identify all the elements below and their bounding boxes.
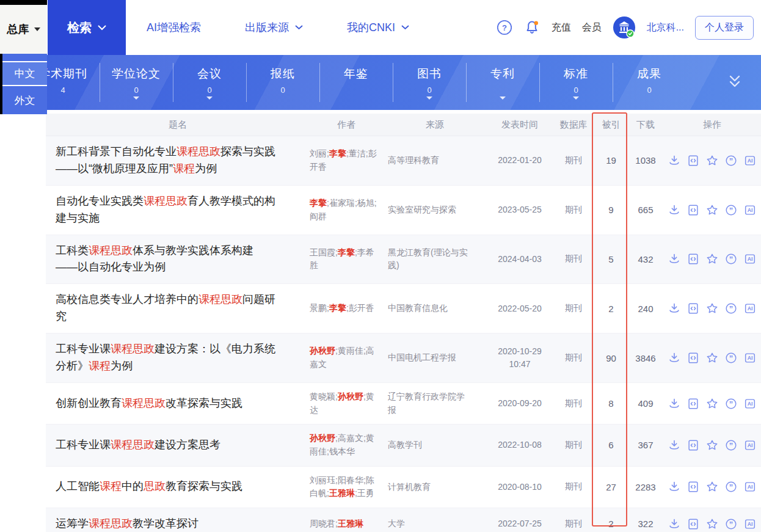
result-cited-count[interactable]: 5 xyxy=(608,254,613,264)
ai-icon[interactable]: AI xyxy=(743,302,757,315)
result-authors[interactable]: 王国霞;李擎;李希胜 xyxy=(310,246,383,272)
result-authors[interactable]: 李擎;崔家瑞;杨旭;阎群 xyxy=(310,197,383,223)
collect-star-icon[interactable] xyxy=(705,302,719,315)
cite-quote-icon[interactable]: ” xyxy=(724,439,738,452)
nav-my-cnki[interactable]: 我的CNKI xyxy=(347,20,409,35)
nav-publication-source[interactable]: 出版来源 xyxy=(245,20,303,35)
collect-star-icon[interactable] xyxy=(705,397,719,410)
result-authors[interactable]: 黄晓颖;孙秋野;黄达 xyxy=(310,390,383,417)
result-authors[interactable]: 周晓君;王雅琳 xyxy=(310,517,383,531)
cite-quote-icon[interactable]: ” xyxy=(724,252,738,266)
result-source-link[interactable]: 黑龙江教育(理论与实践) xyxy=(388,246,471,272)
result-authors[interactable]: 孙秋野;黄雨佳;高嘉文 xyxy=(310,344,383,371)
expand-tabs-button[interactable] xyxy=(724,72,745,93)
html-read-icon[interactable] xyxy=(686,351,700,365)
collect-star-icon[interactable] xyxy=(705,252,719,266)
result-title-link[interactable]: 运筹学课程思政教学改革探讨 xyxy=(56,516,282,532)
html-read-icon[interactable] xyxy=(686,439,700,452)
ai-icon[interactable]: AI xyxy=(743,252,757,266)
ai-icon[interactable]: AI xyxy=(743,154,757,167)
ai-icon[interactable]: AI xyxy=(743,397,757,410)
result-title-link[interactable]: 工科专业课课程思政建设方案：以《电力系统分析》课程为例 xyxy=(56,341,282,375)
result-authors[interactable]: 刘丽珏;阳春华;陈白帆;王雅琳;王勇 xyxy=(310,474,383,500)
html-read-icon[interactable] xyxy=(686,302,700,315)
collect-star-icon[interactable] xyxy=(705,154,719,167)
ai-icon[interactable]: AI xyxy=(743,439,757,452)
result-source-link[interactable]: 大学 xyxy=(388,517,405,531)
result-source-link[interactable]: 高等理科教育 xyxy=(388,154,439,167)
result-cited-count[interactable]: 9 xyxy=(608,205,613,215)
collect-star-icon[interactable] xyxy=(705,351,719,365)
ai-icon[interactable]: AI xyxy=(743,203,757,217)
result-title-link[interactable]: 人工智能课程中的思政教育探索与实践 xyxy=(56,478,282,495)
download-icon[interactable] xyxy=(668,252,681,266)
html-read-icon[interactable] xyxy=(686,252,700,266)
cite-quote-icon[interactable]: ” xyxy=(724,517,738,531)
category-tab[interactable]: 年鉴 xyxy=(319,55,393,110)
database-scope-button[interactable]: 总库 xyxy=(0,5,47,54)
cite-quote-icon[interactable]: ” xyxy=(724,302,738,315)
category-tab[interactable]: 会议 0 xyxy=(173,55,246,110)
result-title-link[interactable]: 工科类课程思政体系与教学实践体系构建——以自动化专业为例 xyxy=(56,242,282,277)
personal-login-button[interactable]: 个人登录 xyxy=(695,16,754,40)
result-authors[interactable]: 刘丽;李擎;董洁;彭开香 xyxy=(310,147,383,173)
collect-star-icon[interactable] xyxy=(705,439,719,452)
result-cited-count[interactable]: 90 xyxy=(606,353,616,363)
result-authors[interactable]: 孙秋野;高嘉文;黄雨佳;钱本华 xyxy=(310,432,383,458)
result-title-link[interactable]: 创新创业教育课程思政改革探索与实践 xyxy=(56,395,282,412)
cite-quote-icon[interactable]: ” xyxy=(724,203,738,217)
collect-star-icon[interactable] xyxy=(705,480,719,494)
cite-quote-icon[interactable]: ” xyxy=(724,397,738,410)
result-cited-count[interactable]: 2 xyxy=(608,519,613,529)
result-cited-count[interactable]: 8 xyxy=(608,398,613,409)
result-cited-count[interactable]: 6 xyxy=(608,440,613,450)
member-link[interactable]: 会员 xyxy=(582,21,602,34)
category-tab[interactable]: 报纸 0 xyxy=(246,55,319,110)
result-source-link[interactable]: 实验室研究与探索 xyxy=(388,203,456,217)
result-source-link[interactable]: 中国教育信息化 xyxy=(388,302,448,315)
download-icon[interactable] xyxy=(668,517,681,531)
download-icon[interactable] xyxy=(668,480,681,494)
search-menu-button[interactable]: 检索 xyxy=(48,0,126,55)
nav-ai-search[interactable]: AI增强检索 xyxy=(147,20,201,35)
result-title-link[interactable]: 自动化专业实践类课程思政育人教学模式的构建与实施 xyxy=(56,193,282,227)
cite-quote-icon[interactable]: ” xyxy=(724,480,738,494)
recharge-link[interactable]: 充值 xyxy=(552,21,571,34)
result-source-link[interactable]: 中国电机工程学报 xyxy=(388,351,456,365)
cite-quote-icon[interactable]: ” xyxy=(724,154,738,167)
lang-item-foreign[interactable]: 外文 xyxy=(2,86,47,114)
category-tab[interactable]: 图书 0 xyxy=(393,55,466,110)
download-icon[interactable] xyxy=(668,203,681,217)
html-read-icon[interactable] xyxy=(686,480,700,494)
ai-icon[interactable]: AI xyxy=(743,351,757,365)
download-icon[interactable] xyxy=(668,439,681,452)
collect-star-icon[interactable] xyxy=(705,203,719,217)
html-read-icon[interactable] xyxy=(686,397,700,410)
category-tab[interactable]: 专利 xyxy=(466,55,539,110)
category-tab[interactable]: 标准 0 xyxy=(539,55,613,110)
collect-star-icon[interactable] xyxy=(705,517,719,531)
result-cited-count[interactable]: 27 xyxy=(606,482,616,492)
result-title-link[interactable]: 工科专业课课程思政建设方案思考 xyxy=(56,437,282,454)
institution-avatar[interactable] xyxy=(613,16,636,39)
result-cited-count[interactable]: 2 xyxy=(608,304,613,314)
ai-icon[interactable]: AI xyxy=(743,517,757,531)
result-title-link[interactable]: 新工科背景下自动化专业课程思政探索与实践——以“微机原理及应用”课程为例 xyxy=(56,144,282,178)
result-source-link[interactable]: 高教学刊 xyxy=(388,439,422,452)
notification-bell-icon[interactable] xyxy=(523,19,541,36)
ai-icon[interactable]: AI xyxy=(743,480,757,494)
cite-quote-icon[interactable]: ” xyxy=(724,351,738,365)
result-source-link[interactable]: 辽宁教育行政学院学报 xyxy=(388,390,471,417)
result-cited-count[interactable]: 19 xyxy=(606,155,616,166)
download-icon[interactable] xyxy=(668,302,681,315)
html-read-icon[interactable] xyxy=(686,517,700,531)
category-tab[interactable]: 学位论文 0 xyxy=(100,55,173,110)
html-read-icon[interactable] xyxy=(686,154,700,167)
download-icon[interactable] xyxy=(668,154,681,167)
org-name-link[interactable]: 北京科... xyxy=(647,21,684,34)
category-tab[interactable]: 成果 0 xyxy=(613,55,686,110)
result-title-link[interactable]: 高校信息类专业人才培养中的课程思政问题研究 xyxy=(56,291,282,326)
result-source-link[interactable]: 计算机教育 xyxy=(388,481,431,494)
help-icon[interactable]: ? xyxy=(497,20,512,35)
html-read-icon[interactable] xyxy=(686,203,700,217)
